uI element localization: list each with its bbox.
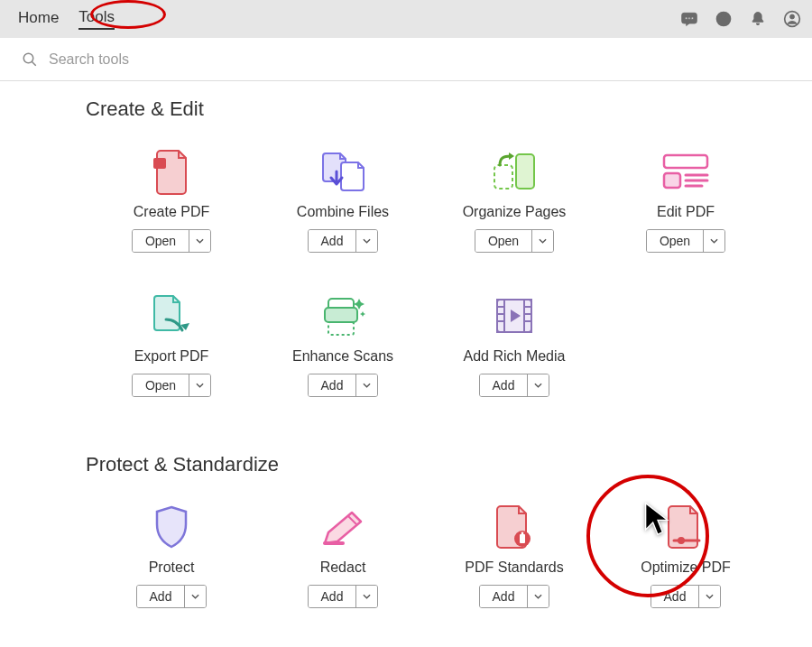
open-button[interactable]: Open [475,230,531,252]
svg-point-4 [691,17,693,19]
search-input[interactable] [49,51,319,68]
split-button: Open [475,229,554,253]
svg-rect-13 [494,165,512,189]
svg-rect-20 [328,322,354,335]
svg-rect-15 [664,173,680,188]
svg-point-33 [521,532,524,535]
dropdown-button[interactable] [527,374,549,396]
split-button: Open [132,374,211,397]
split-button: Add [136,585,208,608]
tool-label: Add Rich Media [464,348,566,365]
tool-pdf-standards[interactable]: PDF Standards Add [429,494,600,639]
export-pdf-icon [148,289,195,343]
combine-files-icon [317,144,369,199]
dropdown-button[interactable] [698,586,720,607]
tool-label: Create PDF [134,204,209,220]
topbar: Home Tools [0,0,812,38]
tool-label: PDF Standards [465,559,563,576]
svg-point-6 [723,22,724,23]
svg-point-9 [23,53,33,63]
tool-export-pdf[interactable]: Export PDF Open [86,283,257,428]
svg-point-8 [790,14,795,19]
dropdown-button[interactable] [355,374,377,396]
tool-label: Protect [149,559,195,576]
dropdown-button[interactable] [355,586,377,607]
tool-redact[interactable]: Redact Add [257,494,429,639]
tool-label: Redact [320,559,366,576]
tool-label: Enhance Scans [292,348,393,365]
tool-combine-files[interactable]: Combine Files Add [257,139,429,283]
topbar-right [680,10,801,28]
optimize-pdf-icon [663,500,708,554]
tool-label: Edit PDF [657,204,715,220]
dropdown-button[interactable] [531,230,553,252]
svg-point-3 [688,17,690,19]
section-title-protect-standardize: Protect & Standardize [86,453,812,476]
create-pdf-icon [149,144,194,199]
tool-organize-pages[interactable]: Organize Pages Open [429,139,600,283]
tool-grid-create-edit: Create PDF Open Combine Files Add [86,139,812,428]
pdf-standards-icon [492,500,537,554]
svg-rect-14 [664,155,707,168]
add-button[interactable]: Add [309,586,356,607]
svg-point-2 [686,17,687,19]
split-button: Open [132,229,211,253]
section-title-create-edit: Create & Edit [86,97,812,121]
tool-optimize-pdf[interactable]: Optimize PDF Add [600,494,771,639]
svg-rect-12 [516,154,534,189]
protect-icon [152,500,191,554]
topbar-left: Home Tools [18,8,115,30]
svg-rect-11 [153,158,166,169]
add-button[interactable]: Add [137,586,185,607]
split-button: Add [308,229,379,253]
profile-icon[interactable] [783,10,801,28]
add-button[interactable]: Add [309,374,356,396]
tool-protect[interactable]: Protect Add [86,494,257,639]
split-button: Add [651,585,722,608]
dropdown-button[interactable] [189,374,210,396]
split-button: Add [479,374,550,397]
split-button: Add [479,585,550,608]
open-button[interactable]: Open [133,374,189,396]
split-button: Add [308,585,379,608]
dropdown-button[interactable] [527,586,549,607]
tool-label: Combine Files [297,204,389,220]
dropdown-button[interactable] [189,230,210,252]
svg-rect-32 [520,534,525,543]
tool-enhance-scans[interactable]: Enhance Scans Add [257,283,429,428]
searchbar [0,38,812,81]
chat-icon[interactable] [680,10,698,28]
tab-tools[interactable]: Tools [78,8,115,30]
svg-point-35 [678,537,685,544]
add-button[interactable]: Add [480,586,528,607]
tool-add-rich-media[interactable]: Add Rich Media Add [429,283,600,428]
svg-rect-19 [325,308,357,322]
tool-create-pdf[interactable]: Create PDF Open [86,139,257,283]
open-button[interactable]: Open [647,230,703,252]
dropdown-button[interactable] [184,586,206,607]
tool-edit-pdf[interactable]: Edit PDF Open [600,139,771,283]
enhance-scans-icon [318,289,368,343]
tool-label: Export PDF [134,348,209,365]
add-button[interactable]: Add [309,230,356,252]
svg-line-10 [32,61,36,66]
tool-grid-protect-standardize: Protect Add Redact Add [86,494,812,639]
content: Create & Edit Create PDF Open Combine Fi… [0,81,812,639]
help-icon[interactable] [715,10,733,28]
organize-pages-icon [489,144,540,199]
search-icon [22,51,38,68]
tool-label: Optimize PDF [641,559,731,576]
edit-pdf-icon [660,144,711,199]
add-button[interactable]: Add [480,374,528,396]
add-rich-media-icon [492,289,537,343]
split-button: Open [646,229,725,253]
redact-icon [318,500,368,554]
dropdown-button[interactable] [355,230,377,252]
tab-home[interactable]: Home [18,9,59,29]
add-button[interactable]: Add [651,586,699,607]
bell-icon[interactable] [749,10,767,28]
open-button[interactable]: Open [133,230,189,252]
tool-label: Organize Pages [463,204,567,220]
dropdown-button[interactable] [703,230,724,252]
section-protect-standardize: Protect & Standardize Protect Add Redact [86,453,812,639]
